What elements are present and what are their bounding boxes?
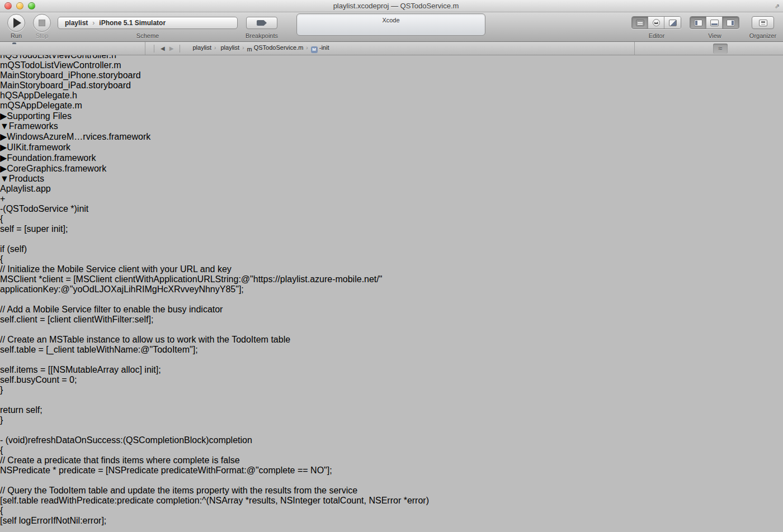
scheme-project: playlist: [65, 19, 88, 27]
organizer-icon: [759, 20, 767, 26]
tree-item[interactable]: Aplaylist.app: [0, 184, 783, 194]
run-label: Run: [7, 32, 25, 39]
window-titlebar: playlist.xcodeproj — QSTodoService.m ⇗: [0, 0, 783, 12]
code-line: self.busyCount = 0;: [0, 375, 783, 385]
debug-navigator-icon[interactable]: [86, 44, 96, 53]
code-line: [0, 476, 783, 486]
app-product-icon: A: [0, 184, 6, 193]
implementation-file-icon: m: [0, 60, 7, 70]
disclosure-triangle-icon[interactable]: ▶: [0, 153, 7, 163]
tree-item[interactable]: MainStoryboard_iPhone.storyboard: [0, 70, 783, 80]
jumpbar-item[interactable]: playlist: [219, 44, 239, 51]
code-line: {: [0, 506, 783, 516]
navigator-panel-icon: [694, 20, 702, 26]
tree-item[interactable]: ▶UIKit.framework: [0, 142, 783, 153]
fullscreen-icon[interactable]: ⇗: [775, 3, 780, 10]
jumpbar-item[interactable]: m QSTodoService.m: [247, 44, 303, 51]
toggle-navigator-button[interactable]: [690, 17, 706, 28]
run-button[interactable]: [7, 14, 25, 32]
source-editor[interactable]: -(QSTodoService *)init{ self = [super in…: [0, 204, 783, 532]
tree-item[interactable]: ▼Frameworks: [0, 121, 783, 131]
tree-item[interactable]: ▼Products: [0, 174, 783, 184]
tree-item[interactable]: ▶Foundation.framework: [0, 153, 783, 163]
toggle-debug-area-button[interactable]: [706, 17, 723, 28]
file-inspector-button[interactable]: [691, 44, 705, 54]
navigator-filter-bar: +: [0, 194, 783, 204]
code-line: applicationKey:@"yoOdLJOXajLihRIMgHcXRvv…: [0, 284, 783, 294]
code-line: {: [0, 445, 783, 455]
stop-icon: [39, 20, 45, 26]
standard-editor-icon: [636, 20, 644, 26]
add-button[interactable]: +: [0, 194, 5, 203]
breakpoint-navigator-icon[interactable]: [105, 44, 115, 53]
version-editor-button[interactable]: [664, 17, 681, 28]
project-doc-icon: [324, 3, 331, 10]
assistant-editor-button[interactable]: [648, 17, 664, 28]
code-line: // Add a Mobile Service filter to enable…: [0, 305, 783, 315]
code-line: [0, 294, 783, 305]
header-file-icon: h: [0, 91, 5, 100]
jumpbar-item[interactable]: playlist: [184, 44, 211, 51]
code-line: [0, 325, 783, 335]
code-line: [self.table readWithPredicate:predicate …: [0, 496, 783, 506]
code-line: // Create a predicate that finds items w…: [0, 455, 783, 466]
scheme-selector[interactable]: playlist › iPhone 5.1 Simulator: [58, 17, 238, 29]
disclosure-triangle-icon[interactable]: ▶: [0, 164, 7, 173]
editor-label: Editor: [631, 32, 682, 39]
implementation-file-icon: m: [0, 101, 7, 110]
organizer-label: Organizer: [738, 32, 783, 39]
tree-item[interactable]: hQSAppDelegate.h: [0, 91, 783, 101]
disclosure-triangle-icon[interactable]: ▼: [0, 174, 9, 183]
organizer-button[interactable]: [752, 16, 774, 29]
main-toolbar: Run Stop playlist › iPhone 5.1 Simulator…: [0, 12, 783, 42]
symbol-navigator-icon[interactable]: [31, 44, 41, 53]
search-navigator-icon[interactable]: [49, 44, 59, 53]
version-editor-icon: [669, 20, 677, 26]
jumpbar-item[interactable]: M -init: [311, 44, 329, 51]
code-line: NSPredicate * predicate = [NSPredicate p…: [0, 466, 783, 476]
activity-app-name: Xcode: [297, 17, 485, 23]
disclosure-triangle-icon[interactable]: ▶: [0, 111, 7, 121]
code-line: -(QSTodoService *)init: [0, 204, 783, 214]
standard-editor-button[interactable]: [632, 17, 648, 28]
disclosure-triangle-icon[interactable]: ▼: [0, 121, 9, 131]
play-icon: [13, 18, 21, 28]
disclosure-triangle-icon[interactable]: ▶: [0, 142, 7, 152]
code-line: // Query the TodoItem table and update t…: [0, 486, 783, 496]
editor-mode-segmented: [631, 16, 681, 29]
tree-item[interactable]: MainStoryboard_iPad.storyboard: [0, 80, 783, 91]
tree-item[interactable]: mQSTodoListViewController.m: [0, 60, 783, 70]
code-line: [0, 234, 783, 244]
activity-viewer: Xcode: [296, 13, 485, 36]
quick-help-inspector-button[interactable]: ≈: [713, 44, 728, 54]
stop-label: Stop: [33, 32, 51, 39]
code-line: {: [0, 214, 783, 224]
scheme-separator-icon: ›: [92, 19, 95, 27]
forward-button[interactable]: ▶: [169, 45, 174, 51]
issue-navigator-icon[interactable]: [68, 44, 78, 53]
tree-item[interactable]: mQSAppDelegate.m: [0, 101, 783, 111]
toggle-utilities-button[interactable]: [723, 17, 739, 28]
code-line: return self;: [0, 405, 783, 415]
utilities-panel-icon: [727, 20, 735, 26]
code-line: [0, 526, 783, 532]
project-navigator-icon[interactable]: [12, 44, 22, 53]
inspector-selector-bar: ≈: [635, 42, 783, 55]
log-navigator-icon[interactable]: [123, 44, 133, 53]
disclosure-triangle-icon[interactable]: ▶: [0, 132, 7, 141]
tree-item[interactable]: ▶WindowsAzureM…rvices.framework: [0, 131, 783, 142]
assistant-editor-icon: [653, 19, 660, 26]
code-line: self = [super init];: [0, 224, 783, 234]
breakpoints-toggle[interactable]: [246, 17, 277, 29]
code-line: {: [0, 254, 783, 264]
code-line: MSClient *client = [MSClient clientWithA…: [0, 274, 783, 284]
view-segmented: [690, 16, 739, 29]
tree-item[interactable]: ▶CoreGraphics.framework: [0, 163, 783, 174]
stop-button[interactable]: [33, 14, 51, 32]
code-line: self.table = [_client tableWithName:@"To…: [0, 345, 783, 355]
back-button[interactable]: ◀: [161, 45, 165, 51]
code-line: }: [0, 415, 783, 425]
code-line: self.items = [[NSMutableArray alloc] ini…: [0, 365, 783, 375]
code-line: // Initialize the Mobile Service client …: [0, 264, 783, 274]
tree-item[interactable]: ▶Supporting Files: [0, 111, 783, 121]
